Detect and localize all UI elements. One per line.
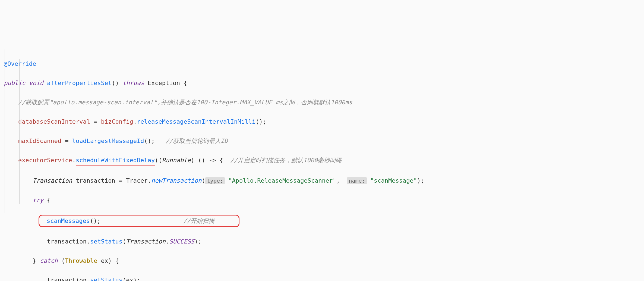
indent-guide (48, 117, 48, 137)
exception-type: Exception (148, 80, 180, 86)
indent-guide (5, 49, 5, 213)
code-line: Transaction transaction = Tracer.newTran… (0, 176, 644, 186)
field-ref: bizConfig (101, 118, 133, 125)
keyword-catch: catch (40, 257, 58, 264)
indent-guide (48, 176, 48, 185)
code-line: transaction.setStatus(ex); (0, 275, 644, 281)
code-line: maxIdScanned = loadLargestMessageId(); /… (0, 136, 644, 146)
code-line-highlighted: scanMessages(); //开始扫描 (0, 215, 644, 227)
code-line: public void afterPropertiesSet() throws … (0, 78, 644, 88)
method-name: afterPropertiesSet (47, 80, 112, 86)
method-call: newTransaction (151, 177, 201, 184)
indent-guide (34, 98, 34, 194)
field-ref: databaseScanInterval (18, 118, 90, 125)
indent-guide (48, 146, 48, 166)
keyword-try: try (33, 197, 43, 204)
cast-type: Runnable (162, 157, 191, 164)
variable: transaction (76, 177, 115, 184)
underlined-method: scheduleWithFixedDelay (76, 155, 155, 166)
keyword-throws: throws (122, 80, 144, 86)
field-ref: maxIdScanned (18, 138, 61, 144)
keyword-public: public (4, 80, 25, 86)
code-line: try { (0, 195, 644, 205)
field-ref: executorService (18, 157, 72, 164)
code-line: //获取配置"apollo.message-scan.interval",并确认… (0, 98, 644, 107)
brace-open: { (180, 80, 187, 86)
annotation: @Override (4, 60, 36, 67)
code-line: transaction.setStatus(Transaction.SUCCES… (0, 237, 644, 246)
method-call: setStatus (90, 238, 122, 245)
comment: //获取当前轮询最大ID (166, 138, 228, 144)
variable: transaction (47, 277, 87, 281)
indent-guide (19, 59, 20, 204)
parens: () (112, 80, 122, 86)
method-call: loadLargestMessageId (72, 138, 144, 144)
method-call: setStatus (90, 277, 122, 281)
code-line: databaseScanInterval = bizConfig.release… (0, 117, 644, 127)
variable: transaction (47, 238, 87, 245)
comment: //开始扫描 (183, 217, 214, 224)
throwable-type: Throwable (65, 257, 97, 264)
code-editor[interactable]: @Override public void afterPropertiesSet… (0, 40, 644, 281)
constant: SUCCESS (169, 238, 194, 245)
class-ref: Transaction (126, 238, 166, 245)
comment: //获取配置"apollo.message-scan.interval",并确认… (18, 99, 352, 106)
string-literal: "scanMessage" (370, 177, 417, 184)
method-call: scanMessages (47, 217, 90, 224)
code-line: @Override (0, 59, 644, 69)
param-hint-type: type: (205, 177, 225, 184)
param-hint-name: name: (347, 177, 367, 184)
method-call: scheduleWithFixedDelay (76, 157, 155, 164)
method-call: releaseMessageScanIntervalInMilli (137, 118, 255, 125)
class-ref: Tracer (126, 177, 147, 184)
keyword-void: void (29, 80, 43, 86)
code-line: } catch (Throwable ex) { (0, 256, 644, 266)
highlight-box: scanMessages(); //开始扫描 (39, 215, 239, 227)
type: Transaction (33, 177, 72, 184)
comment: //开启定时扫描任务，默认1000毫秒间隔 (231, 157, 342, 164)
string-literal: "Apollo.ReleaseMessageScanner" (228, 177, 336, 184)
code-line: executorService.scheduleWithFixedDelay((… (0, 155, 644, 166)
